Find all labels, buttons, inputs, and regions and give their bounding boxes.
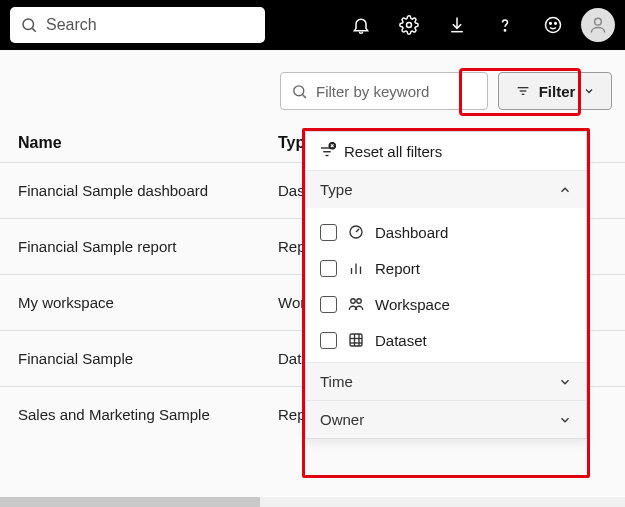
row-name: My workspace <box>18 294 278 311</box>
search-icon <box>20 16 38 34</box>
filter-option-label: Workspace <box>375 296 450 313</box>
filter-option-dataset[interactable]: Dataset <box>306 322 586 358</box>
svg-point-8 <box>294 85 304 95</box>
filter-type-options: Dashboard Report Workspace <box>306 208 586 362</box>
checkbox[interactable] <box>320 296 337 313</box>
filter-option-report[interactable]: Report <box>306 250 586 286</box>
svg-point-5 <box>550 23 552 25</box>
checkbox[interactable] <box>320 260 337 277</box>
chevron-down-icon <box>583 85 595 97</box>
filter-option-dashboard[interactable]: Dashboard <box>306 214 586 250</box>
chevron-down-icon <box>558 413 572 427</box>
horizontal-scrollbar[interactable] <box>0 497 625 507</box>
svg-point-2 <box>407 23 412 28</box>
svg-point-0 <box>23 19 34 30</box>
filter-panel: Reset all filters Type Dashboard <box>305 131 587 439</box>
filter-section-owner[interactable]: Owner <box>306 400 586 438</box>
report-icon <box>347 259 365 277</box>
reset-filters-button[interactable]: Reset all filters <box>306 132 586 170</box>
filter-section-label: Time <box>320 373 353 390</box>
filter-icon <box>515 83 531 99</box>
row-name: Financial Sample <box>18 350 278 367</box>
feedback-icon[interactable] <box>529 0 577 50</box>
filter-option-label: Dashboard <box>375 224 448 241</box>
svg-rect-25 <box>350 334 362 346</box>
notifications-icon[interactable] <box>337 0 385 50</box>
scrollbar-thumb[interactable] <box>0 497 260 507</box>
reset-filters-label: Reset all filters <box>344 143 442 160</box>
global-search-input[interactable] <box>46 16 255 34</box>
filter-section-label: Type <box>320 181 353 198</box>
help-icon[interactable] <box>481 0 529 50</box>
topbar-icons <box>337 0 625 50</box>
svg-line-1 <box>32 28 35 31</box>
dataset-icon <box>347 331 365 349</box>
filter-keyword-input[interactable] <box>316 83 506 100</box>
svg-point-6 <box>555 23 557 25</box>
row-name: Financial Sample dashboard <box>18 182 278 199</box>
toolbar: Filter <box>0 50 625 110</box>
dashboard-icon <box>347 223 365 241</box>
svg-point-24 <box>357 299 362 304</box>
topbar <box>0 0 625 50</box>
filter-keyword-input-wrap[interactable] <box>280 72 488 110</box>
svg-point-3 <box>504 30 505 31</box>
filter-option-workspace[interactable]: Workspace <box>306 286 586 322</box>
svg-line-9 <box>303 94 306 97</box>
settings-icon[interactable] <box>385 0 433 50</box>
filter-section-type[interactable]: Type <box>306 170 586 208</box>
global-search[interactable] <box>10 7 265 43</box>
svg-point-23 <box>351 299 356 304</box>
checkbox[interactable] <box>320 332 337 349</box>
chevron-down-icon <box>558 375 572 389</box>
filter-button[interactable]: Filter <box>498 72 612 110</box>
row-name: Financial Sample report <box>18 238 278 255</box>
svg-point-4 <box>546 18 561 33</box>
download-icon[interactable] <box>433 0 481 50</box>
filter-option-label: Report <box>375 260 420 277</box>
reset-filters-icon <box>318 142 336 160</box>
filter-option-label: Dataset <box>375 332 427 349</box>
user-avatar[interactable] <box>581 8 615 42</box>
row-name: Sales and Marketing Sample <box>18 406 278 423</box>
filter-button-label: Filter <box>539 83 576 100</box>
col-header-name[interactable]: Name <box>18 134 278 152</box>
checkbox[interactable] <box>320 224 337 241</box>
filter-section-label: Owner <box>320 411 364 428</box>
filter-section-time[interactable]: Time <box>306 362 586 400</box>
search-icon <box>291 83 308 100</box>
chevron-up-icon <box>558 183 572 197</box>
svg-point-7 <box>595 18 602 25</box>
workspace-icon <box>347 295 365 313</box>
